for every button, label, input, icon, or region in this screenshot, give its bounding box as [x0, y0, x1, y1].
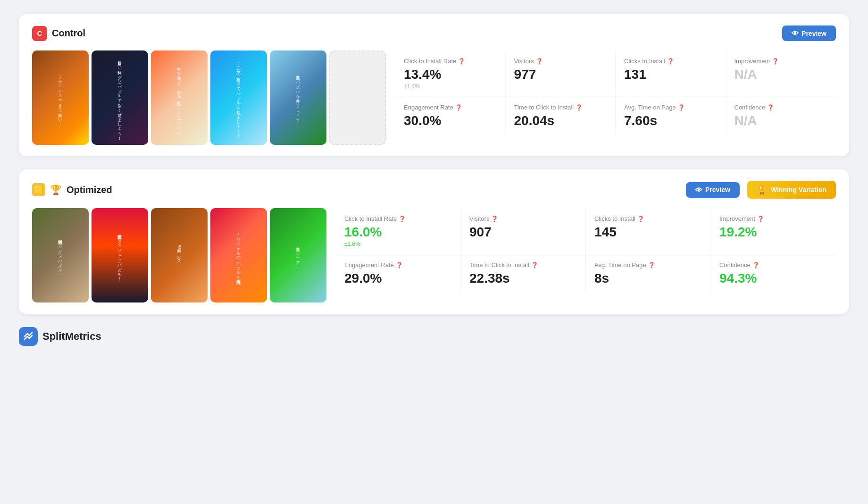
- ctrl-improvement-help[interactable]: ❓: [772, 58, 779, 66]
- opt-ttci-help[interactable]: ❓: [531, 261, 538, 269]
- optimized-stats: Click to Install Rate ❓ 16.0% ±1.6% Visi…: [336, 208, 836, 293]
- ctrl-ttci-help[interactable]: ❓: [576, 104, 583, 112]
- control-stats-row2: Engagement Rate ❓ 30.0% Time to Click to…: [395, 96, 836, 135]
- opt-cti-value: 145: [594, 225, 702, 240]
- opt-cir-value: 16.0%: [344, 225, 452, 240]
- opt-confidence-value: 94.3%: [719, 271, 827, 286]
- ctrl-improvement-label: Improvement ❓: [734, 57, 828, 66]
- opt-ss-text-4: オリジナルのパズルを作成可能！: [210, 208, 267, 302]
- control-preview-button[interactable]: 👁 Preview: [782, 25, 836, 41]
- screenshot-slot-3[interactable]: 好みを問わず、ある2万以上のジグソーパズル: [151, 50, 208, 145]
- opt-visitors-help[interactable]: ❓: [491, 215, 498, 223]
- screenshot-slot-5[interactable]: 友達とパズルを共有しましょう！: [270, 50, 326, 145]
- ctrl-visitors-value: 977: [514, 67, 607, 82]
- optimized-header-right: 👁 Preview 🏆 Winning Variation: [686, 181, 836, 199]
- ctrl-cir-sub: ±1.4%: [404, 83, 497, 90]
- ctrl-cti-value: 131: [624, 67, 717, 82]
- ctrl-cir-help[interactable]: ❓: [458, 58, 465, 66]
- opt-cti-stat: Clicks to Install ❓ 145: [586, 208, 711, 254]
- control-title-group: C Control: [32, 26, 85, 41]
- ctrl-visitors-help[interactable]: ❓: [536, 58, 543, 66]
- opt-improvement-value: 19.2%: [719, 225, 827, 240]
- opt-confidence-stat: Confidence ❓ 94.3%: [711, 254, 836, 293]
- opt-cti-help[interactable]: ❓: [637, 215, 644, 223]
- opt-visitors-stat: Visitors ❓ 907: [461, 208, 586, 254]
- screenshot-slot-2[interactable]: 毎日新しい無料ジグソーパズルで楽しく遊びましょう！: [92, 50, 148, 145]
- optimized-stats-row1: Click to Install Rate ❓ 16.0% ±1.6% Visi…: [336, 208, 836, 254]
- optimized-screenshots: 毎日無料のジグソーパズル！ 種類以上の2000ジグソーパズル！ 最大550ピース…: [32, 208, 326, 302]
- control-stats-row1: Click to Install Rate ❓ 13.4% ±1.4% Visi…: [395, 50, 836, 96]
- ctrl-atop-label: Avg. Time on Page ❓: [624, 103, 717, 112]
- eye-icon-opt: 👁: [695, 186, 702, 194]
- optimized-title-group: 🟨 🏆 Optimized: [32, 183, 112, 196]
- screenshot-slot-4[interactable]: ユーザーの写真を使ってパズルを作成しましょう！: [210, 50, 267, 145]
- ctrl-confidence-stat: Confidence ❓ N/A: [726, 97, 836, 135]
- opt-atop-value: 8s: [594, 271, 702, 286]
- ss-text-4: ユーザーの写真を使ってパズルを作成しましょう！: [210, 50, 267, 145]
- opt-cir-sub: ±1.6%: [344, 241, 452, 247]
- ctrl-confidence-value: N/A: [734, 114, 828, 128]
- ctrl-atop-value: 7.60s: [624, 114, 717, 128]
- opt-cti-label: Clicks to Install ❓: [594, 215, 702, 223]
- control-header: C Control 👁 Preview: [32, 25, 836, 41]
- ctrl-er-stat: Engagement Rate ❓ 30.0%: [395, 97, 506, 135]
- opt-ttci-label: Time to Click to Install ❓: [469, 261, 577, 269]
- opt-ss-text-3: 最大550ピース！: [151, 208, 208, 302]
- page-container: C Control 👁 Preview リラックスできて楽しい！ 毎日新しい無料…: [19, 14, 849, 346]
- opt-screenshot-slot-5[interactable]: 友達とシェア！: [270, 208, 326, 302]
- ctrl-er-label: Engagement Rate ❓: [404, 103, 497, 112]
- opt-ttci-value: 22.38s: [469, 271, 577, 286]
- opt-ss-text-2: 種類以上の2000ジグソーパズル！: [92, 208, 148, 302]
- trophy-icon: 🏆: [50, 184, 62, 195]
- eye-icon: 👁: [792, 29, 799, 37]
- optimized-stats-row2: Engagement Rate ❓ 29.0% Time to Click to…: [336, 254, 836, 293]
- ctrl-ttci-value: 20.04s: [514, 114, 607, 128]
- ctrl-improvement-value: N/A: [734, 67, 828, 82]
- opt-confidence-help[interactable]: ❓: [752, 261, 760, 269]
- opt-ttci-stat: Time to Click to Install ❓ 22.38s: [461, 254, 586, 293]
- opt-screenshot-slot-3[interactable]: 最大550ピース！: [151, 208, 208, 302]
- splitmetrics-logo-text: SplitMetrics: [42, 330, 101, 343]
- ctrl-atop-stat: Avg. Time on Page ❓ 7.60s: [616, 97, 726, 135]
- opt-visitors-label: Visitors ❓: [469, 215, 577, 223]
- ctrl-cir-value: 13.4%: [404, 67, 497, 82]
- winning-variation-badge: 🏆 Winning Variation: [747, 181, 836, 199]
- optimized-section: 🟨 🏆 Optimized 👁 Preview 🏆 Winning Variat…: [19, 169, 849, 314]
- control-title: Control: [52, 28, 85, 39]
- ctrl-atop-help[interactable]: ❓: [678, 104, 685, 112]
- ctrl-cti-stat: Clicks to Install ❓ 131: [616, 50, 726, 96]
- opt-cir-label: Click to Install Rate ❓: [344, 215, 452, 223]
- opt-atop-label: Avg. Time on Page ❓: [594, 261, 702, 269]
- opt-er-stat: Engagement Rate ❓ 29.0%: [336, 254, 461, 293]
- opt-ss-text-5: 友達とシェア！: [270, 208, 326, 302]
- optimized-title: Optimized: [67, 185, 112, 195]
- screenshot-slot-1[interactable]: リラックスできて楽しい！: [32, 50, 89, 145]
- ctrl-er-help[interactable]: ❓: [455, 104, 462, 112]
- opt-screenshot-slot-2[interactable]: 種類以上の2000ジグソーパズル！: [92, 208, 148, 302]
- winning-icon: 🏆: [757, 185, 767, 195]
- control-screenshots: リラックスできて楽しい！ 毎日新しい無料ジグソーパズルで楽しく遊びましょう！ 好…: [32, 50, 386, 145]
- ctrl-cti-help[interactable]: ❓: [667, 58, 674, 66]
- optimized-content: 毎日無料のジグソーパズル！ 種類以上の2000ジグソーパズル！ 最大550ピース…: [32, 208, 836, 302]
- opt-cir-help[interactable]: ❓: [399, 215, 406, 223]
- ctrl-visitors-label: Visitors ❓: [514, 57, 607, 66]
- ctrl-visitors-stat: Visitors ❓ 977: [506, 50, 616, 96]
- ctrl-cir-stat: Click to Install Rate ❓ 13.4% ±1.4%: [395, 50, 506, 96]
- opt-er-label: Engagement Rate ❓: [344, 261, 452, 269]
- opt-improvement-help[interactable]: ❓: [757, 215, 764, 223]
- opt-er-help[interactable]: ❓: [396, 261, 403, 269]
- optimized-preview-button[interactable]: 👁 Preview: [686, 182, 740, 198]
- opt-screenshot-slot-4[interactable]: オリジナルのパズルを作成可能！: [210, 208, 267, 302]
- opt-improvement-stat: Improvement ❓ 19.2%: [711, 208, 836, 254]
- opt-ss-text-1: 毎日無料のジグソーパズル！: [32, 208, 89, 302]
- ss-text-5: 友達とパズルを共有しましょう！: [270, 50, 326, 145]
- opt-atop-help[interactable]: ❓: [648, 261, 655, 269]
- control-badge: C: [32, 26, 47, 41]
- ctrl-ttci-label: Time to Click to Install ❓: [514, 103, 607, 112]
- ss-text-3: 好みを問わず、ある2万以上のジグソーパズル: [151, 50, 208, 145]
- ctrl-confidence-help[interactable]: ❓: [767, 104, 774, 112]
- opt-screenshot-slot-1[interactable]: 毎日無料のジグソーパズル！: [32, 208, 89, 302]
- optimized-header: 🟨 🏆 Optimized 👁 Preview 🏆 Winning Variat…: [32, 181, 836, 199]
- ctrl-er-value: 30.0%: [404, 114, 497, 128]
- screenshot-slot-empty: [329, 50, 386, 145]
